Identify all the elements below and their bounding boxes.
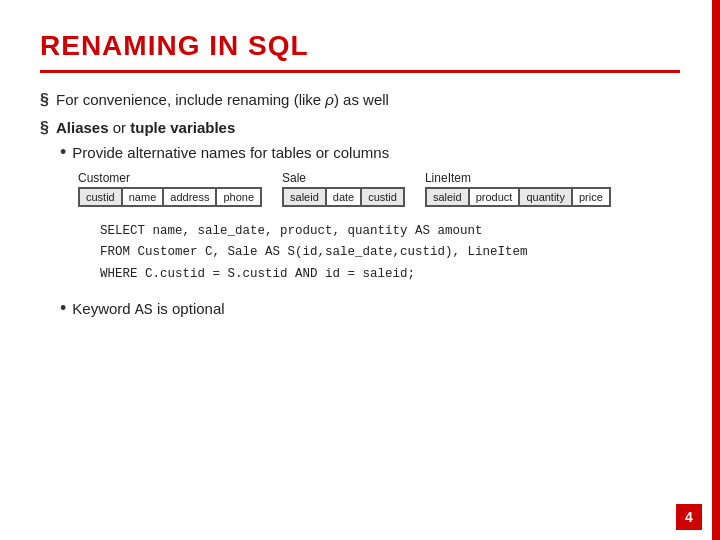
bullet-sub-1: • Provide alternative names for tables o… [60,143,680,161]
sql-line-2: FROM Customer C, Sale AS S(id,sale_date,… [100,242,680,263]
sale-label: Sale [282,171,405,185]
tables-container: Customer custid name address phone Sale … [78,171,680,207]
bullet-main-1: § For convenience, include renaming (lik… [40,91,680,109]
customer-label: Customer [78,171,262,185]
page-title: RENAMING IN SQL [40,30,680,73]
lineitem-label: LineItem [425,171,611,185]
accent-bar [712,0,720,540]
customer-col-phone: phone [216,188,261,206]
bullet1-text: For convenience, include renaming (like … [56,91,389,108]
lineitem-col-saleid: saleid [426,188,469,206]
page-number: 4 [676,504,702,530]
sub-bullet-dot-2: • [60,299,66,317]
sub-bullet-text-1: Provide alternative names for tables or … [72,144,389,161]
sql-block: SELECT name, sale_date, product, quantit… [100,221,680,285]
sale-col-date: date [326,188,361,206]
bullet-marker-2: § [40,119,50,137]
customer-table-group: Customer custid name address phone [78,171,262,207]
bullet-sub-2: • Keyword AS is optional [60,299,680,319]
bullet-main-2: § Aliases or tuple variables [40,119,680,137]
sub-bullet-text-2: Keyword AS is optional [72,300,224,319]
bullet-marker-1: § [40,91,50,109]
sale-table: saleid date custid [282,187,405,207]
customer-col-address: address [163,188,216,206]
lineitem-table-group: LineItem saleid product quantity price [425,171,611,207]
lineitem-col-quantity: quantity [519,188,572,206]
sale-col-saleid: saleid [283,188,326,206]
bullet2-text: Aliases or tuple variables [56,119,235,136]
sale-table-group: Sale saleid date custid [282,171,405,207]
sub-bullet-dot-1: • [60,143,66,161]
lineitem-col-product: product [469,188,520,206]
bullet-section-1: § For convenience, include renaming (lik… [40,91,680,109]
bullet-section-2: § Aliases or tuple variables • Provide a… [40,119,680,319]
sql-line-1: SELECT name, sale_date, product, quantit… [100,221,680,242]
customer-table: custid name address phone [78,187,262,207]
slide: RENAMING IN SQL § For convenience, inclu… [0,0,720,540]
sale-col-custid: custid [361,188,404,206]
sql-line-3: WHERE C.custid = S.custid AND id = salei… [100,264,680,285]
customer-col-custid: custid [79,188,122,206]
customer-col-name: name [122,188,164,206]
lineitem-table: saleid product quantity price [425,187,611,207]
lineitem-col-price: price [572,188,610,206]
